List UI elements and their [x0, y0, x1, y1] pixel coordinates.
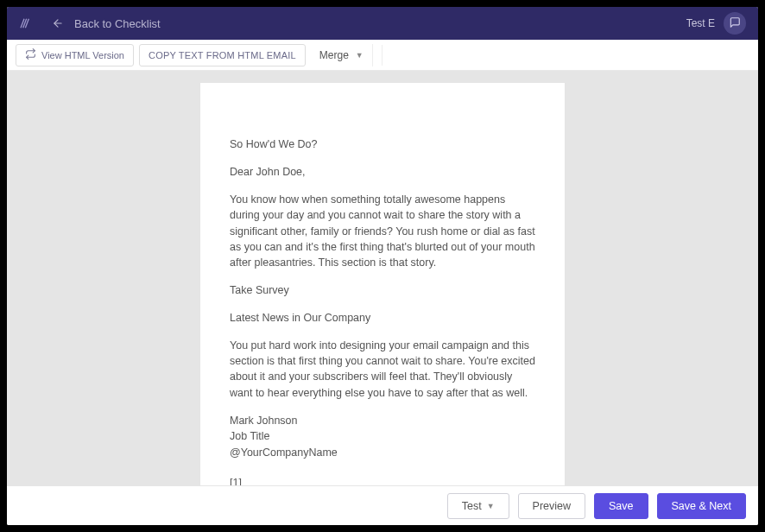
signature-name: Mark Johnson [230, 413, 535, 429]
email-paragraph-1: You know how when something totally awes… [230, 192, 535, 270]
swap-icon [25, 48, 36, 61]
copy-text-button[interactable]: COPY TEXT FROM HTML EMAIL [139, 44, 306, 66]
email-news-heading: Latest News in Our Company [230, 310, 535, 326]
merge-dropdown[interactable]: Merge ▼ [311, 44, 373, 66]
signature-title: Job Title [230, 428, 535, 445]
user-name-label: Test E [686, 17, 715, 29]
email-subject: So How'd We Do? [230, 136, 535, 152]
email-greeting: Dear John Doe, [230, 164, 535, 180]
view-html-label: View HTML Version [41, 50, 124, 60]
app-logo-icon [19, 16, 33, 30]
save-next-button[interactable]: Save & Next [657, 493, 746, 519]
copy-text-label: COPY TEXT FROM HTML EMAIL [149, 50, 296, 60]
preview-button[interactable]: Preview [518, 493, 585, 519]
email-page: So How'd We Do? Dear John Doe, You know … [200, 83, 565, 485]
signature-handle: @YourCompanyName [230, 445, 535, 461]
chevron-down-icon: ▼ [487, 502, 495, 510]
merge-label: Merge [319, 49, 349, 61]
editor-toolbar: View HTML Version COPY TEXT FROM HTML EM… [7, 40, 758, 71]
email-paragraph-2: You put hard work into designing your em… [230, 338, 535, 401]
app-header: Back to Checklist Test E [7, 7, 758, 40]
back-label: Back to Checklist [74, 17, 161, 30]
save-label: Save [609, 500, 634, 512]
arrow-left-icon [52, 17, 64, 29]
save-next-label: Save & Next [672, 500, 731, 512]
chat-button[interactable] [724, 12, 746, 35]
save-button[interactable]: Save [594, 493, 648, 519]
reference-1: [1] [230, 475, 535, 485]
test-dropdown-button[interactable]: Test ▼ [447, 493, 509, 519]
toolbar-divider [382, 45, 382, 66]
chevron-down-icon: ▼ [356, 51, 364, 60]
view-html-button[interactable]: View HTML Version [16, 44, 134, 66]
footer-action-bar: Test ▼ Preview Save Save & Next [7, 485, 758, 525]
email-cta: Take Survey [230, 282, 535, 298]
test-label: Test [462, 500, 482, 512]
chat-icon [729, 16, 741, 31]
back-to-checklist-link[interactable]: Back to Checklist [52, 17, 161, 30]
email-signature: Mark Johnson Job Title @YourCompanyName [230, 413, 535, 461]
preview-label: Preview [533, 500, 571, 512]
content-scroll-area[interactable]: So How'd We Do? Dear John Doe, You know … [7, 71, 758, 485]
